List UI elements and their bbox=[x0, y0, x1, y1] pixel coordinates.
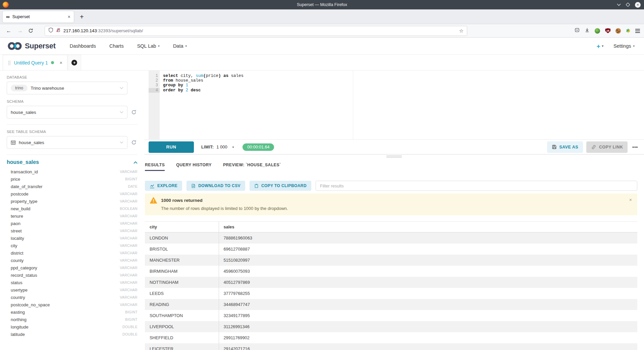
copy-clipboard-button[interactable]: COPY TO CLIPBOARD bbox=[250, 181, 311, 191]
chevron-down-icon bbox=[120, 87, 123, 89]
tab-query-history[interactable]: QUERY HISTORY bbox=[176, 159, 212, 171]
schema-select[interactable]: house_sales bbox=[7, 106, 127, 119]
table-row: SHEFFIELD29911769902 bbox=[145, 332, 637, 343]
explore-button[interactable]: EXPLORE bbox=[145, 181, 182, 191]
consent-extension-icon[interactable]: ✱ bbox=[626, 28, 630, 33]
divider bbox=[7, 124, 138, 125]
browser-tab[interactable]: ∞ Superset × bbox=[3, 11, 74, 23]
window-minimize-icon[interactable] bbox=[617, 3, 621, 6]
table-row: LONDON788861960063 bbox=[145, 232, 637, 244]
table-row: READING34468947747 bbox=[145, 299, 637, 310]
caret-down-icon: ▾ bbox=[185, 44, 187, 48]
table-select[interactable]: house_sales bbox=[7, 136, 127, 149]
column-item[interactable]: streetVARCHAR bbox=[7, 227, 138, 234]
chevron-down-icon bbox=[120, 141, 123, 144]
column-item[interactable]: ppd_categoryVARCHAR bbox=[7, 264, 138, 271]
column-item[interactable]: postcodeVARCHAR bbox=[7, 190, 138, 198]
save-as-button[interactable]: SAVE AS bbox=[547, 141, 583, 153]
more-actions-button[interactable]: ••• bbox=[632, 144, 638, 149]
privacy-badger-icon[interactable] bbox=[595, 28, 600, 34]
column-item[interactable]: new_buildBOOLEAN bbox=[7, 205, 138, 212]
query-status-dot bbox=[51, 61, 54, 64]
new-tab-button[interactable]: + bbox=[80, 13, 84, 20]
column-item[interactable]: transaction_idVARCHAR bbox=[7, 168, 138, 175]
column-item[interactable]: usertypeVARCHAR bbox=[7, 286, 138, 294]
query-tab[interactable]: ⣿ Untitled Query 1 × bbox=[3, 55, 67, 70]
reload-button[interactable] bbox=[28, 28, 33, 33]
table-row: LEEDS37779768255 bbox=[145, 288, 637, 299]
column-list: transaction_idVARCHARpriceBIGINTdate_of_… bbox=[7, 168, 138, 338]
back-button[interactable]: ← bbox=[6, 28, 11, 34]
column-item[interactable]: statusVARCHAR bbox=[7, 279, 138, 286]
url-bar[interactable]: 217.160.120.143:32393/superset/sqllab/ ☆ bbox=[45, 26, 467, 36]
column-item[interactable]: northingBIGINT bbox=[7, 316, 138, 323]
table-row: BIRMINGHAM45960075093 bbox=[145, 266, 637, 277]
refresh-schema-icon[interactable] bbox=[130, 110, 138, 115]
window-close-icon[interactable]: × bbox=[635, 2, 641, 8]
menu-icon[interactable] bbox=[635, 29, 640, 33]
copy-link-button[interactable]: COPY LINK bbox=[586, 141, 628, 153]
superset-logo[interactable]: Superset bbox=[7, 41, 56, 51]
column-item[interactable]: localityVARCHAR bbox=[7, 234, 138, 242]
divider bbox=[7, 155, 138, 155]
window-maximize-icon[interactable] bbox=[626, 3, 630, 7]
column-item[interactable]: priceBIGINT bbox=[7, 175, 138, 183]
results-table: city sales LONDON788861960063BRISTOL6961… bbox=[145, 221, 637, 350]
nav-item-dashboards[interactable]: Dashboards bbox=[70, 43, 96, 49]
column-item[interactable]: longitudeDOUBLE bbox=[7, 323, 138, 331]
refresh-table-icon[interactable] bbox=[130, 140, 138, 145]
column-item[interactable]: latitudeDOUBLE bbox=[7, 331, 138, 338]
nav-item-sql-lab[interactable]: SQL Lab▾ bbox=[137, 43, 160, 49]
cookie-extension-icon[interactable] bbox=[615, 28, 621, 34]
ublock-icon[interactable]: uB bbox=[605, 28, 610, 33]
run-button[interactable]: RUN bbox=[149, 141, 194, 153]
drag-handle-icon[interactable]: ⣿ bbox=[8, 60, 11, 65]
pocket-icon[interactable] bbox=[575, 28, 580, 34]
insecure-lock-icon[interactable] bbox=[56, 28, 61, 34]
query-tab-close-icon[interactable]: × bbox=[60, 60, 62, 65]
rows-returned-alert: 1000 rows returned The number of rows di… bbox=[145, 193, 637, 215]
superset-favicon-icon: ∞ bbox=[6, 14, 10, 19]
column-item[interactable]: record_statusVARCHAR bbox=[7, 271, 138, 279]
sql-editor[interactable]: 1234 select city, sum(price) as salesfro… bbox=[144, 71, 644, 139]
downloads-icon[interactable] bbox=[585, 28, 590, 34]
bookmark-star-icon[interactable]: ☆ bbox=[459, 28, 464, 34]
filter-results-input[interactable] bbox=[316, 181, 637, 191]
editor-lines[interactable]: select city, sum(price) as salesfrom hou… bbox=[160, 71, 644, 139]
column-item[interactable]: postcode_no_spaceVARCHAR bbox=[7, 301, 138, 308]
column-item[interactable]: tenureVARCHAR bbox=[7, 212, 138, 220]
column-item[interactable]: property_typeVARCHAR bbox=[7, 198, 138, 205]
warning-icon bbox=[150, 197, 157, 204]
collapse-chevron-up-icon[interactable] bbox=[133, 159, 138, 165]
column-item[interactable]: districtVARCHAR bbox=[7, 249, 138, 257]
tab-results[interactable]: RESULTS bbox=[145, 159, 165, 171]
database-select[interactable]: trino Trino warehouse bbox=[7, 82, 127, 94]
column-item[interactable]: cityVARCHAR bbox=[7, 242, 138, 249]
alert-title: 1000 rows returned bbox=[161, 198, 203, 203]
tab-preview[interactable]: PREVIEW: `HOUSE_SALES` bbox=[223, 159, 281, 171]
shield-icon[interactable] bbox=[48, 28, 53, 34]
add-query-tab-button[interactable]: + bbox=[68, 55, 81, 70]
column-item[interactable]: eastingBIGINT bbox=[7, 308, 138, 316]
limit-dropdown[interactable]: LIMIT: 1 000 ▾ bbox=[201, 144, 234, 149]
url-text[interactable]: 217.160.120.143:32393/superset/sqllab/ bbox=[63, 28, 457, 33]
column-item[interactable]: countyVARCHAR bbox=[7, 257, 138, 264]
download-csv-button[interactable]: DOWNLOAD TO CSV bbox=[186, 181, 245, 191]
sql-lab-sidebar: DATABASE trino Trino warehouse SCHEMA ho… bbox=[0, 71, 144, 350]
tab-close-icon[interactable]: × bbox=[68, 14, 70, 19]
new-item-button[interactable]: +▾ bbox=[596, 43, 603, 49]
column-item[interactable]: paonVARCHAR bbox=[7, 220, 138, 227]
nav-item-data[interactable]: Data▾ bbox=[173, 43, 187, 49]
nav-item-charts[interactable]: Charts bbox=[109, 43, 124, 49]
column-header-city[interactable]: city bbox=[145, 222, 219, 232]
alert-close-icon[interactable]: × bbox=[629, 197, 632, 203]
column-item[interactable]: countryVARCHAR bbox=[7, 294, 138, 301]
pane-resize-handle[interactable] bbox=[144, 155, 644, 159]
column-item[interactable]: date_of_transferDATE bbox=[7, 183, 138, 190]
caret-down-icon: ▾ bbox=[232, 145, 234, 149]
table-name-heading[interactable]: house_sales bbox=[7, 159, 39, 165]
chart-icon bbox=[150, 183, 155, 188]
settings-menu[interactable]: Settings▾ bbox=[613, 43, 635, 49]
database-engine-badge: trino bbox=[11, 85, 28, 91]
column-header-sales[interactable]: sales bbox=[219, 222, 637, 232]
